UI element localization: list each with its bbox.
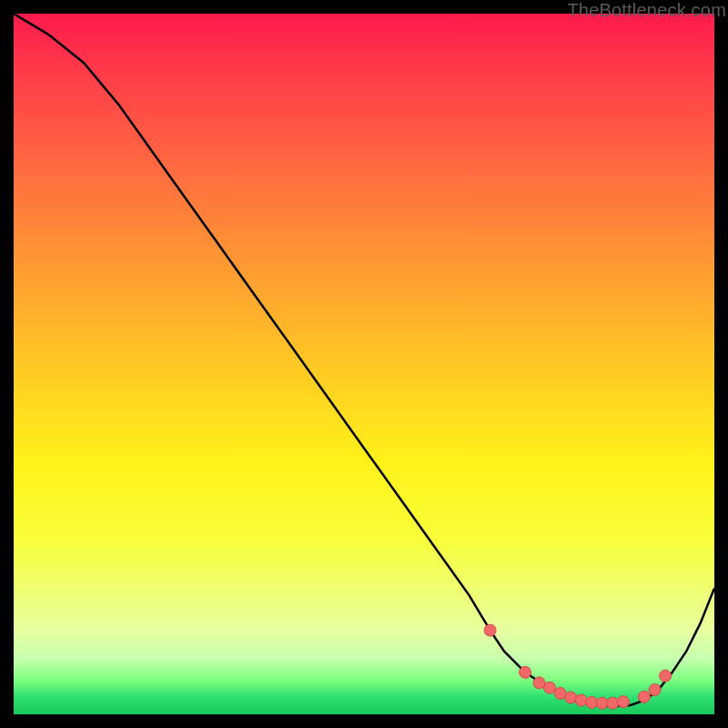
marker-point xyxy=(607,697,619,709)
marker-point xyxy=(575,694,587,706)
marker-point xyxy=(520,666,531,678)
highlight-markers xyxy=(484,624,672,709)
plot-area xyxy=(14,14,714,714)
marker-point xyxy=(565,692,577,703)
marker-point xyxy=(639,691,651,703)
marker-point xyxy=(554,687,566,699)
marker-point xyxy=(617,696,629,708)
watermark-label: TheBottleneck.com xyxy=(567,0,726,21)
curve-overlay xyxy=(14,14,714,714)
marker-point xyxy=(649,684,661,696)
marker-point xyxy=(660,670,672,682)
marker-point xyxy=(533,677,545,689)
marker-point xyxy=(484,624,496,636)
bottleneck-curve xyxy=(14,14,714,706)
marker-point xyxy=(586,696,598,708)
marker-point xyxy=(544,682,556,693)
chart-stage: TheBottleneck.com xyxy=(0,0,728,728)
